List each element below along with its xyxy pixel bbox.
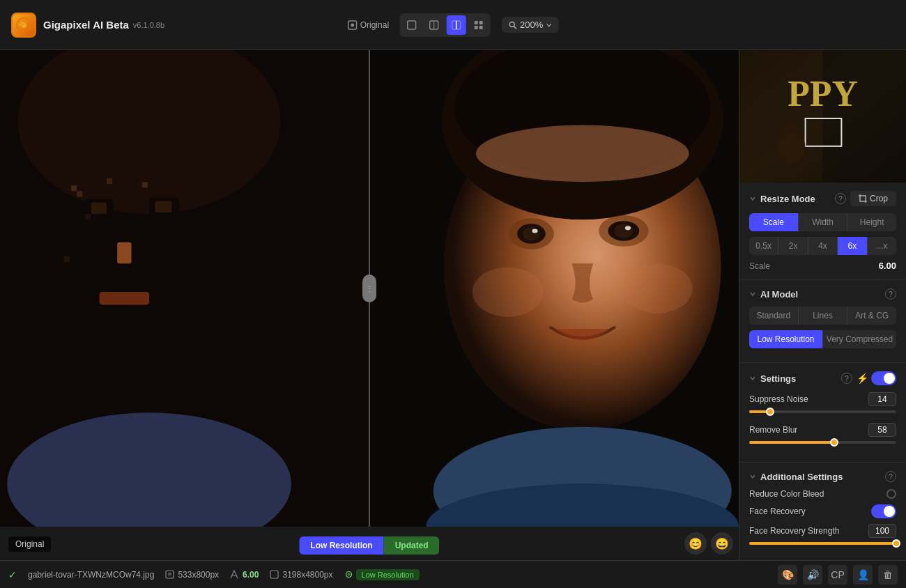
model-very-compressed[interactable]: Very Compressed xyxy=(823,330,896,348)
remove-blur-label-row: Remove Blur 58 xyxy=(749,423,896,437)
svg-rect-19 xyxy=(91,203,106,214)
image-canvas: ⋮ xyxy=(0,50,739,560)
original-size-item: 533x800px xyxy=(165,570,219,580)
bottom-bar: ✓ gabriel-tovar-TXWNzMCOw74.jpg 533x800p… xyxy=(0,560,906,588)
ai-model-chevron xyxy=(749,291,756,297)
svg-rect-29 xyxy=(64,256,70,262)
person-btn[interactable]: 👤 xyxy=(853,565,873,585)
remove-blur-value[interactable]: 58 xyxy=(868,423,896,437)
face-recovery-label: Face Recovery xyxy=(749,506,806,516)
model-item: Low Resolution xyxy=(344,569,420,580)
tab-height[interactable]: Height xyxy=(847,213,896,231)
tab-scale[interactable]: Scale xyxy=(749,213,799,231)
svg-rect-11 xyxy=(475,26,478,29)
zoom-control[interactable]: 200% xyxy=(502,17,558,33)
original-label: Original xyxy=(348,20,389,30)
view-split[interactable] xyxy=(447,15,466,35)
main-area: ⋮ xyxy=(0,50,906,560)
scale-label: Scale xyxy=(749,261,770,271)
remove-blur-thumb[interactable] xyxy=(830,438,838,447)
remove-blur-label: Remove Blur xyxy=(749,425,797,435)
svg-rect-27 xyxy=(77,191,82,196)
resize-mode-help[interactable]: ? xyxy=(835,193,846,204)
output-size: 3198x4800px xyxy=(282,570,332,580)
crop-button[interactable]: Crop xyxy=(850,191,896,206)
face-recovery-toggle[interactable] xyxy=(871,504,896,518)
model-standard[interactable]: Standard xyxy=(749,307,799,325)
ai-model-row1: Standard Lines Art & CG xyxy=(749,307,896,325)
scale-icon xyxy=(230,570,239,579)
processing-badge: Low Resolution Updated xyxy=(299,536,439,555)
zoom-value: 200% xyxy=(520,20,543,30)
svg-point-65 xyxy=(347,573,350,576)
reduce-color-bleed-row: Reduce Color Bleed xyxy=(749,489,896,499)
remove-blur-track[interactable] xyxy=(749,441,896,444)
svg-point-39 xyxy=(523,226,539,240)
svg-rect-22 xyxy=(117,242,131,264)
settings-chevron xyxy=(749,375,756,382)
model-lines[interactable]: Lines xyxy=(799,307,848,325)
scale-4x[interactable]: 4x xyxy=(808,237,838,255)
view-single-right[interactable] xyxy=(424,15,444,35)
resize-tabs: Scale Width Height xyxy=(749,213,896,231)
suppress-noise-value[interactable]: 14 xyxy=(868,392,896,406)
model-low-resolution[interactable]: Low Resolution xyxy=(749,330,823,348)
view-grid[interactable] xyxy=(469,15,489,35)
right-panel: PPY Resize Mode ? Crop xyxy=(739,50,906,560)
ai-model-row2: Low Resolution Very Compressed xyxy=(749,330,896,348)
svg-text:PPY: PPY xyxy=(788,74,858,114)
app-title: Gigapixel AI Beta xyxy=(43,19,129,31)
settings-toggle[interactable] xyxy=(871,371,896,385)
original-size: 533x800px xyxy=(178,570,219,580)
split-container: ⋮ xyxy=(0,50,739,527)
cp-btn[interactable]: CP xyxy=(828,565,847,585)
topbar-center-controls: Original 200% xyxy=(348,13,559,37)
color-palette-btn[interactable]: 🎨 xyxy=(778,565,797,585)
suppress-noise-thumb[interactable] xyxy=(766,408,774,416)
svg-point-35 xyxy=(476,125,689,183)
split-handle[interactable]: ⋮ xyxy=(362,274,376,302)
trash-btn[interactable]: 🗑 xyxy=(878,565,898,585)
face-recovery-thumb[interactable] xyxy=(892,539,900,548)
thumbsup-btn[interactable]: 😊 xyxy=(684,532,707,555)
svg-rect-26 xyxy=(142,182,148,187)
view-single-left[interactable] xyxy=(402,15,422,35)
scale-2x[interactable]: 2x xyxy=(778,237,808,255)
model-art-cg[interactable]: Art & CG xyxy=(847,307,896,325)
face-recovery-strength-label: Face Recovery Strength xyxy=(749,526,839,536)
scale-row: Scale 6.00 xyxy=(749,261,896,271)
face-recovery-strength-track[interactable] xyxy=(749,542,896,545)
ai-model-header[interactable]: AI Model ? xyxy=(749,288,896,300)
thumbnail-section: PPY xyxy=(739,50,906,183)
checkmark-icon: ✓ xyxy=(8,569,17,580)
reduce-color-bleed-radio[interactable] xyxy=(886,489,896,499)
audio-btn[interactable]: 🔊 xyxy=(803,565,822,585)
suppress-noise-row: Suppress Noise 14 xyxy=(749,392,896,413)
resize-mode-title: Resize Mode xyxy=(760,194,831,204)
scale-6x[interactable]: 6x xyxy=(838,237,867,255)
badge-model: Low Resolution xyxy=(299,536,383,555)
resize-mode-chevron xyxy=(749,195,756,202)
svg-rect-4 xyxy=(408,21,416,29)
settings-help[interactable]: ? xyxy=(841,373,852,384)
scale-display: 6.00 xyxy=(243,570,259,580)
resize-mode-section: Resize Mode ? Crop Scale Width Height 0.… xyxy=(739,183,906,280)
scale-options: 0.5x 2x 4x 6x ...x xyxy=(749,237,896,255)
thumbsdown-btn[interactable]: 😄 xyxy=(711,532,733,555)
model-tag: Low Resolution xyxy=(356,569,420,580)
scale-0.5x[interactable]: 0.5x xyxy=(749,237,778,255)
suppress-noise-track[interactable] xyxy=(749,410,896,413)
face-recovery-strength-value[interactable]: 100 xyxy=(868,524,896,538)
scale-custom[interactable]: ...x xyxy=(868,237,896,255)
resize-mode-row: Resize Mode ? Crop xyxy=(749,191,896,206)
svg-rect-21 xyxy=(155,201,171,212)
scale-value: 6.00 xyxy=(879,261,896,271)
additional-settings-help[interactable]: ? xyxy=(885,471,896,482)
face-recovery-fill xyxy=(749,542,896,545)
tab-width[interactable]: Width xyxy=(799,213,848,231)
original-tag: Original xyxy=(8,536,51,552)
svg-point-45 xyxy=(622,263,693,313)
topbar: Gigapixel AI Beta v6.1.0.8b Original 200… xyxy=(0,0,906,50)
additional-settings-header[interactable]: Additional Settings ? xyxy=(749,471,896,482)
ai-model-help[interactable]: ? xyxy=(885,288,896,300)
